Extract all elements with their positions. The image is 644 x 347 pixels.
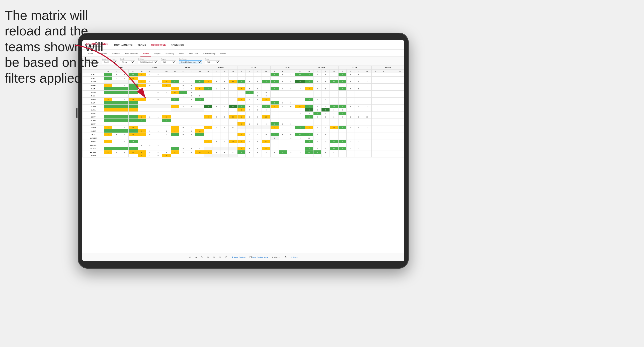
matrix-cell — [128, 122, 138, 126]
zoom-out-btn[interactable]: ⊗ — [213, 256, 215, 259]
matrix-wrapper[interactable]: 3. ASU 10. UW 11. UA 22. UCB 24. UO 27. … — [82, 66, 404, 253]
sh-l1: L — [112, 70, 120, 73]
matrix-cell — [171, 73, 179, 77]
matrix-cell — [388, 147, 396, 150]
matrix-cell: 0 — [179, 84, 187, 87]
matrix-cell — [262, 119, 271, 122]
matrix-cell — [195, 115, 204, 119]
sh-d6: Dif — [295, 70, 305, 73]
nav-committee[interactable]: COMMITTEE — [151, 44, 166, 46]
nav-teams[interactable]: TEAMS — [138, 44, 146, 46]
matrix-cell — [363, 84, 371, 87]
sub-nav-h2h-heatmap[interactable]: H2H Heatmap — [123, 51, 140, 56]
matrix-cell: 3 — [305, 112, 313, 115]
matrix-cell — [338, 77, 346, 80]
matrix-cell: 12 — [262, 147, 271, 150]
sh-t3: T — [187, 70, 195, 73]
matrix-cell — [279, 119, 287, 122]
matrix-cell: 50 — [295, 73, 305, 77]
redo-btn[interactable]: ↪ — [195, 256, 197, 259]
matrix-cell: 60 — [330, 80, 338, 84]
matrix-cell: 0 — [146, 133, 154, 136]
matrix-cell: 35 — [195, 87, 204, 91]
region-label: Region — [161, 58, 176, 60]
matrix-cell — [104, 87, 112, 91]
save-custom-btn[interactable]: 💾 Save Custom View — [250, 256, 268, 258]
share-icon[interactable]: ⚙ — [284, 256, 287, 259]
matrix-cell — [237, 77, 245, 80]
matrix-cell — [138, 112, 146, 115]
matrix-cell — [179, 143, 187, 147]
matrix-cell — [262, 154, 271, 157]
matrix-cell — [279, 98, 287, 101]
matrix-cell — [204, 94, 212, 98]
sub-nav-matrix2[interactable]: Matrix — [218, 51, 228, 56]
matrix-cell: 2 — [212, 115, 220, 119]
matrix-cell — [246, 129, 254, 133]
col-header-ua: 11. UA — [171, 66, 204, 70]
matrix-cell — [321, 122, 330, 126]
sub-nav-h2h-grid2[interactable]: H2H Grid — [187, 51, 200, 56]
refresh-btn[interactable]: ⟳ — [201, 256, 203, 259]
settings-btn[interactable]: ⊙ — [219, 256, 221, 259]
matrix-cell: 2 — [104, 133, 112, 136]
matrix-cell: 0 — [305, 147, 313, 150]
matrix-cell — [212, 73, 220, 77]
matrix-cell — [246, 73, 254, 77]
matrix-cell — [330, 122, 338, 126]
sub-nav-detail[interactable]: Detail — [177, 51, 187, 56]
view-original-btn[interactable]: 👁 View: Original — [231, 256, 246, 258]
division-select[interactable]: NCAA Division I — [138, 60, 158, 64]
sh-w6: W — [271, 70, 279, 73]
matrix-cell — [179, 122, 187, 126]
team-name-cell: 23. UNM — [83, 150, 104, 154]
sub-nav-matrix[interactable]: Matrix — [140, 51, 151, 56]
matrix-cell — [104, 154, 112, 157]
matrix-cell — [212, 136, 220, 140]
matrix-cell: 0 — [154, 98, 162, 101]
sub-nav-h2h-heatmap2[interactable]: H2H Heatmap — [200, 51, 218, 56]
matrix-cell: 1 — [355, 140, 363, 143]
table-row: 11. UA340030300 — [83, 108, 404, 112]
team-name-cell: 22. UCB — [83, 147, 104, 150]
gender-select[interactable]: Men's — [120, 60, 135, 64]
share-btn[interactable]: ↗ Share — [291, 256, 297, 258]
matrix-cell — [237, 154, 245, 157]
matrix-cell — [363, 143, 371, 147]
matrix-cell — [204, 122, 212, 126]
matrix-cell — [372, 80, 380, 84]
matrix-cell: 0 — [321, 126, 330, 129]
matrix-cell: 2 — [154, 150, 162, 154]
matrix-cell — [120, 154, 128, 157]
watch-btn[interactable]: 👁 Watch ▾ — [272, 256, 280, 258]
region-select[interactable]: N/A — [161, 60, 176, 64]
matrix-cell — [154, 94, 162, 98]
sub-nav-h2h-grid[interactable]: H2H Grid — [109, 51, 123, 56]
zoom-in-btn[interactable]: ⊕ — [207, 256, 209, 259]
matrix-cell: 2 — [355, 87, 363, 91]
matrix-cell: 0 — [187, 94, 195, 98]
nav-tournaments[interactable]: TOURNAMENTS — [114, 44, 132, 46]
matrix-cell — [104, 129, 112, 133]
matrix-cell — [380, 119, 388, 122]
nav-rankings[interactable]: RANKINGS — [171, 44, 184, 46]
sub-nav-summary2[interactable]: Summary — [163, 51, 177, 56]
matrix-cell: 3 — [321, 108, 330, 112]
matrix-cell: 1 — [112, 98, 120, 101]
matrix-cell: 0 — [338, 108, 346, 112]
team-select[interactable]: (All) — [205, 60, 220, 64]
matrix-cell — [146, 112, 154, 115]
matrix-cell — [246, 136, 254, 140]
sub-nav-players[interactable]: Players — [151, 51, 163, 56]
timer-btn[interactable]: ⏱ — [225, 256, 227, 259]
matrix-cell: 4 — [347, 105, 355, 108]
col-header-su: 27. SU — [271, 66, 305, 70]
undo-btn[interactable]: ↩ — [189, 256, 191, 259]
table-row: 3. ASU4008050120200481002100160020603011 — [83, 80, 404, 84]
matrix-cell — [279, 129, 287, 133]
matrix-cell — [146, 77, 154, 80]
conference-select[interactable]: Pac-12 Conference — [179, 60, 202, 64]
matrix-cell: 1 — [279, 101, 287, 105]
matrix-cell: 0 — [305, 80, 313, 84]
matrix-cell — [372, 77, 380, 80]
